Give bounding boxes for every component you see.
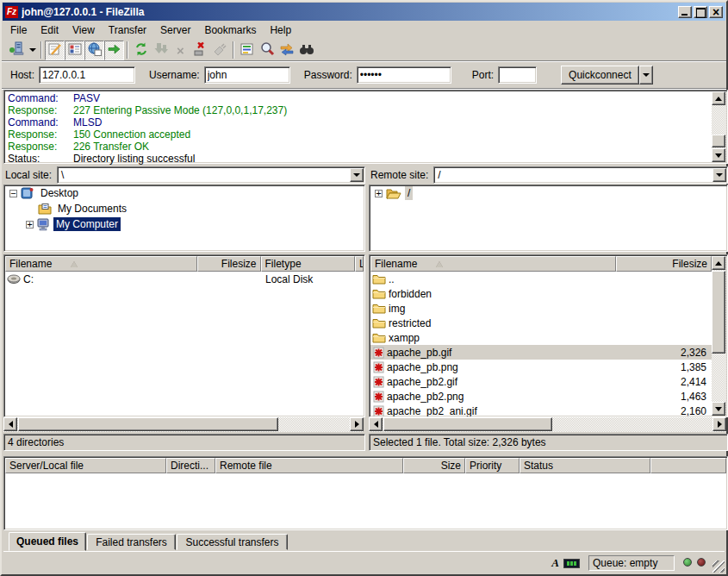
remote-file-row[interactable]: .. (370, 272, 712, 286)
menu-edit[interactable]: Edit (34, 23, 65, 37)
synchronized-browsing-button[interactable] (277, 41, 296, 60)
reconnect-button[interactable] (210, 41, 230, 60)
transfer-queue: Server/Local file Directi... Remote file… (3, 456, 728, 530)
column-header-filesize[interactable]: Filesize (197, 256, 261, 272)
resize-grip[interactable] (712, 560, 725, 573)
combo-dropdown-button[interactable] (712, 168, 726, 182)
column-header-remote-file[interactable]: Remote file (215, 458, 403, 473)
column-header-size[interactable]: Size (403, 458, 465, 473)
disconnect-button[interactable] (190, 41, 210, 60)
scrollbar-thumb[interactable] (712, 271, 725, 354)
scrollbar-thumb[interactable] (712, 135, 725, 147)
remote-horizontal-scrollbar[interactable] (369, 417, 726, 432)
combo-dropdown-button[interactable] (350, 168, 364, 182)
file-name: C: (23, 273, 34, 285)
refresh-button[interactable] (131, 41, 151, 60)
site-manager-dropdown-button[interactable] (27, 41, 38, 60)
tab-successful-transfers[interactable]: Successful transfers (177, 534, 288, 550)
remote-file-row-selected[interactable]: apache_pb.gif 2,326 (370, 345, 712, 360)
column-header-filesize[interactable]: Filesize (616, 256, 712, 272)
column-header-server-local-file[interactable]: Server/Local file (5, 458, 166, 473)
remote-file-row[interactable]: apache_pb.png 1,385 (370, 360, 712, 374)
toggle-queue-view-button[interactable] (104, 41, 124, 60)
remote-site-value: / (434, 169, 712, 181)
scrollbar-thumb[interactable] (18, 417, 278, 431)
remote-file-row[interactable]: forbidden (370, 286, 712, 301)
remote-file-row[interactable]: apache_pb2.gif 2,414 (370, 374, 712, 389)
port-input[interactable] (498, 66, 537, 84)
find-files-button[interactable] (296, 41, 316, 60)
column-header-last-modified[interactable]: L (355, 256, 364, 272)
tab-queued-files[interactable]: Queued files (9, 532, 86, 551)
scroll-right-button[interactable] (350, 417, 364, 431)
directory-comparison-button[interactable] (257, 41, 277, 60)
remote-vertical-scrollbar[interactable] (712, 256, 726, 416)
comparison-icon (259, 41, 275, 59)
log-line-text: 227 Entering Passive Mode (127,0,0,1,17,… (73, 104, 287, 116)
remote-site-combobox[interactable]: / (433, 166, 728, 184)
password-input[interactable] (357, 66, 451, 84)
close-button[interactable] (709, 6, 723, 18)
tree-item-my-documents[interactable]: My Documents (4, 201, 364, 216)
collapse-icon[interactable] (9, 190, 17, 197)
scrollbar-thumb[interactable] (383, 417, 552, 431)
quickconnect-dropdown-button[interactable] (639, 66, 653, 85)
scroll-right-button[interactable] (712, 417, 726, 431)
minimize-button[interactable] (678, 6, 692, 18)
column-header-direction[interactable]: Directi... (166, 458, 215, 473)
quickconnect-bar: Host: Username: Password: Port: Quickcon… (3, 61, 725, 88)
column-header-priority[interactable]: Priority (465, 458, 520, 473)
toggle-remote-tree-button[interactable] (84, 41, 104, 60)
cancel-operation-button[interactable]: × (171, 41, 190, 60)
remote-file-row[interactable]: img (370, 301, 712, 316)
remote-file-row[interactable]: apache_pb2_ani.gif 2,160 (370, 404, 712, 417)
remote-file-row[interactable]: restricted (370, 316, 712, 330)
scroll-left-button[interactable] (369, 417, 383, 431)
tree-item-my-computer[interactable]: My Computer (4, 216, 364, 232)
toggle-log-view-button[interactable] (45, 41, 65, 60)
menu-server[interactable]: Server (153, 23, 197, 37)
local-site-combobox[interactable]: \ (57, 166, 365, 184)
menu-file[interactable]: File (3, 23, 34, 37)
toggle-local-tree-button[interactable] (65, 41, 84, 60)
expand-icon[interactable] (26, 221, 34, 229)
disk-drive-icon (7, 274, 21, 285)
log-line-label: Command: (8, 116, 73, 128)
queue-list-area[interactable] (5, 473, 726, 529)
menu-help[interactable]: Help (263, 23, 298, 37)
local-file-row[interactable]: C: Local Disk (5, 272, 364, 286)
tab-failed-transfers[interactable]: Failed transfers (87, 534, 176, 550)
process-queue-button[interactable] (151, 41, 171, 60)
site-manager-button[interactable] (7, 41, 27, 60)
scroll-down-button[interactable] (712, 402, 725, 416)
documents-folder-icon (38, 203, 52, 215)
log-scrollbar[interactable] (712, 91, 726, 162)
host-input[interactable] (39, 66, 135, 84)
column-header-filename[interactable]: Filename (370, 256, 616, 272)
file-type: Local Disk (262, 273, 357, 285)
column-header-status[interactable]: Status (520, 458, 650, 473)
scroll-up-button[interactable] (712, 256, 725, 270)
filter-button[interactable] (237, 41, 257, 60)
maximize-button[interactable] (694, 6, 707, 18)
tree-item-root[interactable]: / (370, 185, 727, 201)
expand-icon[interactable] (375, 190, 383, 197)
scroll-down-button[interactable] (712, 148, 725, 162)
port-label: Port: (472, 69, 494, 81)
local-site-label: Local site: (3, 169, 57, 181)
menu-transfer[interactable]: Transfer (102, 23, 153, 37)
remote-file-row[interactable]: xampp (370, 330, 712, 345)
column-header-filename[interactable]: Filename (5, 256, 197, 272)
remote-pane: Remote site: / / Filename Filesize .. (369, 166, 728, 452)
quickconnect-button[interactable]: Quickconnect (561, 66, 639, 85)
scroll-up-button[interactable] (712, 91, 725, 105)
menu-view[interactable]: View (65, 23, 102, 37)
tree-item-desktop[interactable]: Desktop (4, 185, 364, 201)
local-horizontal-scrollbar[interactable] (3, 417, 364, 432)
column-header-filetype[interactable]: Filetype (261, 256, 355, 272)
scroll-left-button[interactable] (3, 417, 17, 431)
menu-bookmarks[interactable]: Bookmarks (197, 23, 263, 37)
remote-file-row[interactable]: apache_pb2.png 1,463 (370, 389, 712, 404)
username-input[interactable] (204, 66, 290, 84)
local-file-list: Filename Filesize Filetype L C: Local Di… (3, 254, 365, 417)
